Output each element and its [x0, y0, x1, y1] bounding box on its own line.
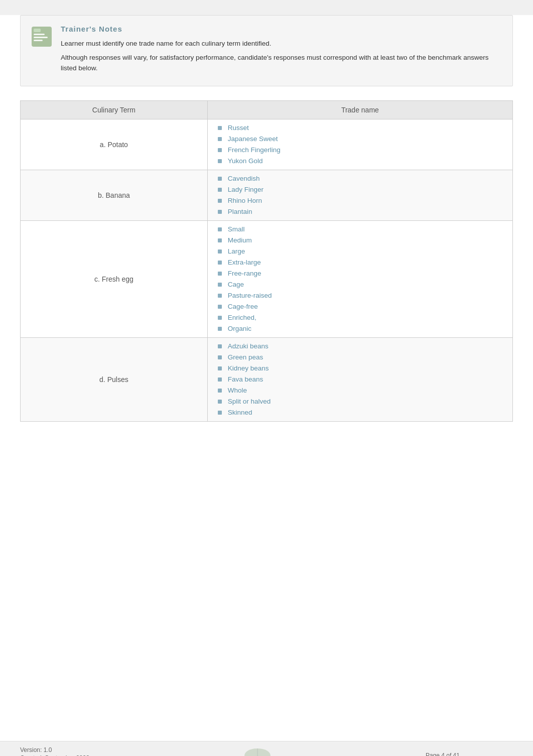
main-table-wrap: Culinary Term Trade name a. PotatoRusset… — [20, 100, 513, 422]
footer-version: Version: 1.0 — [20, 746, 89, 753]
trainers-notes-line2: Although responses will vary, for satisf… — [61, 52, 500, 74]
footer-page: Page 4 of 41 — [426, 752, 513, 756]
bullet-icon — [216, 270, 224, 278]
svg-rect-1 — [34, 34, 45, 35]
svg-rect-29 — [218, 411, 222, 415]
bullet-icon — [216, 186, 224, 194]
trade-item-label: Japanese Sweet — [228, 135, 278, 143]
bullet-icon — [216, 236, 224, 244]
trade-item: Cage — [216, 279, 504, 290]
trade-item-label: Free-range — [228, 270, 261, 277]
footer-right: Page 4 of 41 Last Reviewed: September 20… — [426, 752, 513, 756]
trade-item: Kidney beans — [216, 363, 504, 374]
svg-rect-21 — [218, 316, 222, 320]
trade-name-cell-3: Adzuki beansGreen peasKidney beansFava b… — [207, 337, 512, 421]
bullet-icon — [216, 387, 224, 395]
bullet-icon — [216, 281, 224, 289]
trade-item: Japanese Sweet — [216, 134, 504, 145]
svg-rect-13 — [218, 227, 222, 231]
trade-item: Adzuki beans — [216, 341, 504, 352]
table-header-row: Culinary Term Trade name — [21, 100, 513, 119]
svg-rect-5 — [218, 126, 222, 130]
trade-item: Plantain — [216, 206, 504, 217]
table-row: c. Fresh eggSmallMediumLargeExtra-largeF… — [21, 220, 513, 337]
trade-item-label: Green peas — [228, 353, 263, 361]
trade-item: Extra-large — [216, 257, 504, 268]
bullet-icon — [216, 157, 224, 165]
trade-item-label: Cage — [228, 281, 244, 288]
bullet-icon — [216, 314, 224, 322]
bullet-icon — [216, 124, 224, 132]
bullet-icon — [216, 364, 224, 372]
culinary-term-cell-2: c. Fresh egg — [21, 220, 208, 337]
footer-left: Version: 1.0 Created: September 2022 — [20, 746, 89, 756]
trade-item: Whole — [216, 385, 504, 396]
svg-rect-16 — [218, 261, 222, 265]
trainers-notes-title: Trainer's Notes — [61, 25, 500, 33]
trade-item-label: Adzuki beans — [228, 342, 269, 350]
trade-item: Cage-free — [216, 301, 504, 312]
svg-rect-26 — [218, 377, 222, 382]
trainers-notes-line1: Learner must identify one trade name for… — [61, 38, 500, 49]
trade-item: Green peas — [216, 352, 504, 363]
trade-item-label: Medium — [228, 236, 252, 244]
trade-item-label: Extra-large — [228, 259, 261, 266]
trade-item-label: Russet — [228, 124, 249, 132]
trade-item-label: Skinned — [228, 409, 252, 416]
trade-item-label: Lady Finger — [228, 186, 263, 193]
trainers-notes-body: Learner must identify one trade name for… — [61, 38, 500, 74]
trade-item-label: Rhino Horn — [228, 197, 262, 204]
trade-item-label: Plantain — [228, 208, 252, 215]
trade-item: Pasture-raised — [216, 290, 504, 301]
svg-rect-24 — [218, 355, 222, 359]
svg-rect-10 — [218, 188, 222, 192]
svg-rect-9 — [218, 177, 222, 181]
trade-item-label: Cage-free — [228, 303, 258, 310]
trade-item-label: Cavendish — [228, 175, 260, 182]
svg-rect-15 — [218, 249, 222, 254]
svg-rect-22 — [218, 327, 222, 331]
table-row: b. BananaCavendishLady FingerRhino HornP… — [21, 170, 513, 220]
svg-rect-18 — [218, 283, 222, 287]
trade-item-label: Kidney beans — [228, 364, 269, 372]
page: Trainer's Notes Learner must identify on… — [0, 15, 533, 756]
bullet-icon — [216, 259, 224, 267]
table-row: d. PulsesAdzuki beansGreen peasKidney be… — [21, 337, 513, 421]
trade-item: Fava beans — [216, 374, 504, 385]
trade-item-label: Small — [228, 225, 245, 233]
svg-rect-14 — [218, 238, 222, 242]
trade-item-label: Fava beans — [228, 375, 263, 383]
trainers-notes-icon — [30, 25, 54, 49]
footer-center — [242, 746, 273, 756]
svg-rect-20 — [218, 305, 222, 309]
trade-item: French Fingerling — [216, 145, 504, 156]
culinary-term-cell-3: d. Pulses — [21, 337, 208, 421]
bullet-icon — [216, 197, 224, 205]
svg-rect-19 — [218, 294, 222, 298]
bullet-icon — [216, 409, 224, 417]
svg-rect-8 — [218, 159, 222, 163]
svg-rect-28 — [218, 400, 222, 404]
svg-rect-2 — [34, 37, 48, 38]
bullet-icon — [216, 353, 224, 361]
trade-name-cell-1: CavendishLady FingerRhino HornPlantain — [207, 170, 512, 220]
trade-item-label: Pasture-raised — [228, 292, 272, 299]
bullet-icon — [216, 208, 224, 216]
svg-rect-4 — [34, 29, 41, 32]
page-footer: Version: 1.0 Created: September 2022 Pag… — [0, 741, 533, 756]
trade-item: Split or halved — [216, 396, 504, 407]
trade-item: Lady Finger — [216, 184, 504, 195]
bullet-icon — [216, 398, 224, 406]
trade-item: Medium — [216, 235, 504, 246]
svg-rect-6 — [218, 137, 222, 141]
svg-rect-23 — [218, 344, 222, 348]
bullet-icon — [216, 303, 224, 311]
bullet-icon — [216, 175, 224, 183]
culinary-term-cell-1: b. Banana — [21, 170, 208, 220]
bullet-icon — [216, 375, 224, 384]
bullet-icon — [216, 225, 224, 233]
trade-item: Skinned — [216, 407, 504, 418]
bullet-icon — [216, 342, 224, 350]
trade-item: Yukon Gold — [216, 156, 504, 167]
trade-item-label: French Fingerling — [228, 146, 281, 154]
